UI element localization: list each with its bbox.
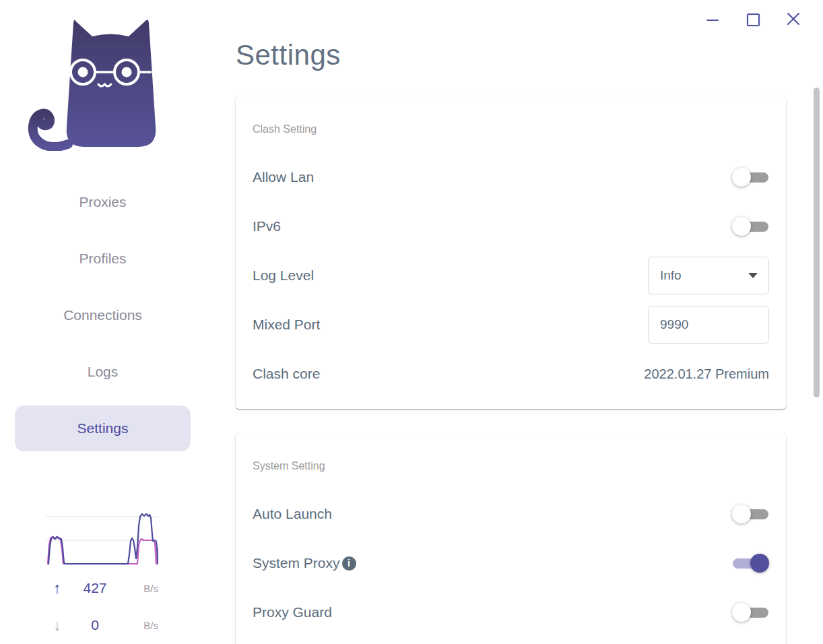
setting-row-system-proxy: System Proxy i bbox=[253, 544, 769, 582]
system-proxy-label-text: System Proxy bbox=[253, 555, 340, 571]
sidebar: Proxies Profiles Connections Logs Settin… bbox=[0, 0, 205, 644]
clash-setting-card: Clash Setting Allow Lan IPv6 Log Level I… bbox=[236, 96, 786, 409]
setting-row-mixed-port: Mixed Port bbox=[253, 306, 769, 344]
info-icon[interactable]: i bbox=[342, 556, 356, 571]
sidebar-item-connections[interactable]: Connections bbox=[15, 287, 191, 344]
traffic-panel: ↑ 427 B/s ↓ 0 B/s bbox=[46, 507, 158, 635]
page-title: Settings bbox=[236, 39, 786, 71]
chevron-down-icon bbox=[748, 273, 758, 278]
section-label: Clash Setting bbox=[253, 123, 769, 135]
sidebar-item-logs[interactable]: Logs bbox=[15, 344, 191, 400]
log-level-select[interactable]: Info bbox=[648, 257, 769, 294]
log-level-label: Log Level bbox=[253, 267, 314, 284]
download-speed-value: 0 bbox=[69, 617, 121, 633]
sidebar-item-settings[interactable]: Settings bbox=[15, 406, 191, 451]
close-button[interactable] bbox=[785, 11, 802, 28]
mixed-port-input[interactable] bbox=[648, 306, 769, 344]
vertical-scrollbar[interactable] bbox=[814, 88, 820, 397]
download-speed-unit: B/s bbox=[121, 620, 158, 631]
clash-cat-logo bbox=[22, 15, 164, 151]
allow-lan-label: Allow Lan bbox=[253, 169, 314, 185]
proxy-guard-label: Proxy Guard bbox=[253, 604, 332, 620]
system-proxy-toggle[interactable] bbox=[732, 554, 769, 573]
upload-speed-value: 427 bbox=[69, 580, 121, 596]
traffic-graph bbox=[46, 507, 158, 565]
clash-core-label: Clash core bbox=[253, 366, 320, 382]
log-level-value: Info bbox=[660, 268, 748, 283]
clash-core-version: 2022.01.27 Premium bbox=[644, 366, 769, 382]
sidebar-nav: Proxies Profiles Connections Logs Settin… bbox=[15, 174, 191, 457]
section-label: System Setting bbox=[253, 460, 769, 472]
setting-row-ipv6: IPv6 bbox=[253, 207, 769, 245]
toggle-thumb bbox=[732, 603, 751, 622]
download-speed-row: ↓ 0 B/s bbox=[46, 615, 158, 635]
download-arrow-icon: ↓ bbox=[46, 616, 69, 635]
setting-row-allow-lan: Allow Lan bbox=[253, 158, 769, 196]
setting-row-proxy-guard: Proxy Guard bbox=[253, 593, 769, 631]
cat-right-eye bbox=[122, 67, 132, 77]
main-content: Settings Clash Setting Allow Lan IPv6 Lo… bbox=[236, 0, 786, 644]
upload-arrow-icon: ↑ bbox=[46, 579, 69, 598]
close-icon bbox=[785, 11, 802, 28]
mixed-port-label: Mixed Port bbox=[253, 317, 320, 333]
proxy-guard-toggle[interactable] bbox=[732, 603, 769, 622]
ipv6-toggle[interactable] bbox=[732, 217, 769, 236]
auto-launch-label: Auto Launch bbox=[253, 506, 332, 522]
setting-row-log-level: Log Level Info bbox=[253, 257, 769, 294]
ipv6-label: IPv6 bbox=[253, 218, 281, 234]
system-proxy-label: System Proxy i bbox=[253, 555, 356, 571]
sidebar-item-proxies[interactable]: Proxies bbox=[15, 174, 191, 230]
toggle-thumb bbox=[732, 168, 751, 187]
upload-speed-unit: B/s bbox=[121, 583, 158, 594]
sidebar-item-profiles[interactable]: Profiles bbox=[15, 230, 191, 287]
cat-tail bbox=[33, 114, 68, 147]
cat-left-eye bbox=[78, 67, 88, 77]
toggle-thumb bbox=[750, 554, 769, 573]
allow-lan-toggle[interactable] bbox=[732, 168, 769, 187]
toggle-thumb bbox=[732, 217, 751, 236]
toggle-thumb bbox=[732, 505, 751, 523]
setting-row-auto-launch: Auto Launch bbox=[253, 495, 769, 533]
system-setting-card: System Setting Auto Launch System Proxy … bbox=[236, 433, 786, 644]
auto-launch-toggle[interactable] bbox=[732, 505, 769, 523]
setting-row-clash-core: Clash core 2022.01.27 Premium bbox=[253, 355, 769, 393]
upload-speed-row: ↑ 427 B/s bbox=[46, 578, 158, 598]
